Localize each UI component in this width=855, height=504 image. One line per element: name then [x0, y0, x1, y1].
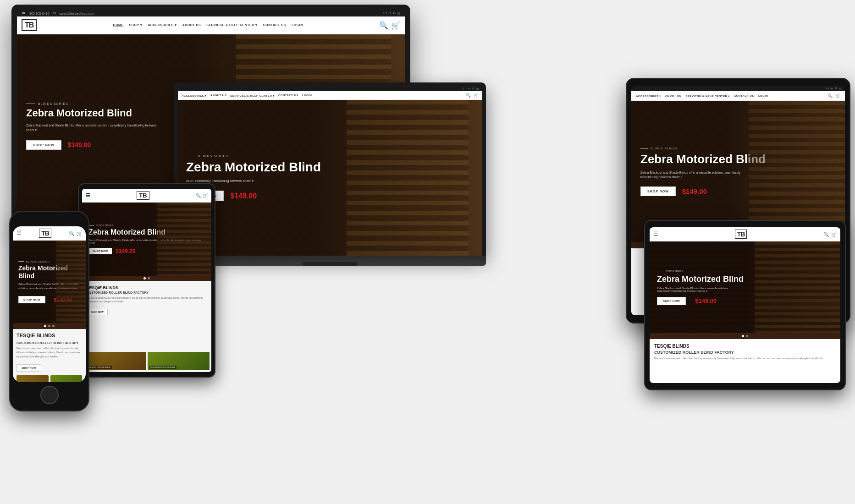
tab-med-hero: BLINDS SERIES Zebra Motorized Blind Zebr…	[82, 203, 211, 276]
twitter-icon: t	[386, 11, 387, 15]
laptop-cart-icon[interactable]: 🛒	[474, 93, 479, 98]
menu-accessories[interactable]: ACCESSORIES ▾	[148, 23, 177, 27]
tab-med-dots	[82, 276, 211, 281]
tablet-sm-section-desc: We are a customized roller blind factory…	[654, 356, 836, 361]
lt-accessories[interactable]: ACCESSORIES ▾	[636, 94, 661, 98]
tablet-sm-desc: Zebra Blackout and Shade Blinds offer a …	[657, 287, 739, 292]
tablet-medium-frame: ☰ TB 🔍 🛒 BLINDS SERIES Zebra Motorized B…	[78, 183, 215, 378]
tab-med-series-text: BLINDS SERIES	[96, 224, 113, 227]
lap-services[interactable]: SERVICSE & HELP CENTER ▾	[230, 94, 275, 97]
logo-text: TB	[25, 21, 33, 29]
phone-cart-icon[interactable]: 🛒	[77, 231, 82, 236]
menu-contact[interactable]: CONTACT US	[263, 23, 286, 27]
tab-med-dot-1	[143, 277, 146, 279]
phone-screen: ☰ TB 🔍 🛒 BLINDS SERIES Zebra Motorized B…	[13, 226, 86, 382]
facebook-icon: f	[383, 11, 384, 15]
site-menu[interactable]: HOME SHOP ▾ ACCESSORIES ▾ ABOUT US SERVI…	[113, 23, 303, 27]
lap-login[interactable]: LOGIN	[302, 94, 312, 97]
email-icon: ✉	[53, 11, 56, 15]
lap-contact[interactable]: CONTACT US	[278, 94, 298, 97]
tab-med-prod2-label: ROLLER-MOTORIZED-BLIND	[149, 366, 177, 369]
phone-section-desc: We are a customized roller blind factory…	[17, 346, 82, 359]
laptop-nav-icons: 🔍 🛒	[466, 93, 479, 98]
laptop-search-icon[interactable]: 🔍	[466, 93, 471, 98]
tablet-sm-shop[interactable]: SHOP NOW	[657, 297, 686, 305]
lt-ig: ◎	[839, 87, 841, 90]
tablet-sm-logo: TB	[735, 230, 747, 239]
lt-price: $149.00	[682, 187, 707, 195]
tab-med-hamburger[interactable]: ☰	[86, 192, 90, 198]
lt-services[interactable]: SERVICSE & HELP CENTER ▾	[685, 94, 730, 98]
instagram-icon: ◎	[397, 11, 400, 15]
tablet-sm-search[interactable]: 🔍	[823, 232, 829, 237]
laptop-screen: f t in G ◎ ACCESSORIES ▾ ABOUT US SERVIC…	[178, 86, 482, 256]
tab-med-shop[interactable]: SHOP NOW	[88, 248, 112, 254]
tab-med-subtitle: CUSTOMIZED ROLLER BLIND FACTORY	[87, 291, 207, 294]
lt-login[interactable]: LOGIN	[758, 94, 768, 98]
tablet-sm-company: TESQIE BLINDS	[654, 344, 836, 349]
tablet-sm-nav: ☰ TB 🔍 🛒	[650, 227, 840, 241]
lt-g: G	[835, 87, 837, 90]
tab-med-dot-2	[148, 277, 150, 279]
phone-blinds	[56, 241, 86, 323]
phone-section: TESQIE BLINDS CUSTOMIZED ROLLER BLIND FA…	[13, 329, 86, 375]
tablet-sm-factory: CUSTOMIZED ROLLER BLIND FACTORY	[654, 350, 836, 355]
tablet-sm-cart[interactable]: 🛒	[831, 232, 837, 237]
phone-search-icon[interactable]: 🔍	[69, 231, 74, 236]
ig-icon: ◎	[476, 87, 479, 90]
lap-about[interactable]: ABOUT US	[210, 94, 226, 97]
phone-home-button[interactable]	[40, 386, 59, 404]
laptop-hero-desc: ution, seamlessly transitioning between …	[186, 179, 324, 184]
lt-cart[interactable]: 🛒	[835, 93, 840, 98]
phone-series-text: BLINDS SERIES	[26, 260, 50, 263]
laptop-price: $149.00	[230, 192, 257, 200]
site-logo: TB	[22, 19, 37, 31]
lt-search[interactable]: 🔍	[827, 93, 833, 98]
tab-med-shop-btn[interactable]: SHOP NOW	[87, 309, 108, 315]
lt-menu[interactable]: ACCESSORIES ▾ ABOUT US SERVICSE & HELP C…	[636, 94, 768, 98]
shop-now-button[interactable]: SHOP NOW	[26, 140, 61, 150]
laptop-blinds	[347, 100, 469, 256]
tab-med-price: $149.00	[116, 248, 135, 254]
phone-notch	[36, 218, 63, 224]
tab-med-search[interactable]: 🔍	[196, 193, 201, 198]
li-icon: in	[469, 87, 471, 90]
menu-about[interactable]: ABOUT US	[182, 23, 201, 27]
menu-services[interactable]: SERVICSE & HELP CENTER ▾	[206, 23, 257, 27]
menu-home[interactable]: HOME	[113, 23, 124, 27]
menu-shop[interactable]: SHOP ▾	[129, 23, 143, 27]
scene: ☎ 905-805-6495 ✉ sales@tesqieblinds.com …	[0, 0, 855, 504]
lt-about[interactable]: ABOUT US	[665, 94, 681, 98]
lt-shop-btn[interactable]: SHOP NOW	[640, 186, 676, 196]
cart-icon[interactable]: 🛒	[391, 21, 400, 30]
phone-number: 905-805-6495	[29, 12, 50, 15]
email-address: sales@tesqieblinds.com	[60, 12, 94, 15]
laptop-nav: ACCESSORIES ▾ ABOUT US SERVICSE & HELP C…	[178, 91, 482, 100]
hamburger-icon[interactable]: ☰	[17, 230, 22, 236]
tablet-small-screen: ☰ TB 🔍 🛒 BLINDS SERIES Zebra Motorized B…	[650, 227, 840, 383]
laptop-base	[174, 256, 486, 266]
hero-desc: Zebra Blackout and Shade Blinds offer a …	[26, 123, 164, 133]
phone-series-line	[18, 261, 24, 262]
tablet-hamburger-icon[interactable]: ☰	[653, 231, 658, 237]
menu-login[interactable]: LOGIN	[292, 23, 303, 27]
search-icon[interactable]: 🔍	[379, 21, 388, 30]
phone-section-shop[interactable]: SHOP NOW	[17, 364, 41, 372]
phone-icons: 🔍 🛒	[69, 231, 82, 236]
contact-info: ☎ 905-805-6495 ✉ sales@tesqieblinds.com	[22, 11, 94, 15]
tab-med-prod2: ROLLER-MOTORIZED-BLIND	[148, 352, 210, 370]
phone-shop-btn[interactable]: SHOP NOW	[18, 296, 45, 303]
phone-nav: ☰ TB 🔍 🛒	[13, 226, 86, 241]
tab-med-cart[interactable]: 🛒	[203, 193, 208, 198]
tablet-sm-price: $149.00	[695, 297, 717, 304]
tablet-sm-blinds	[755, 241, 840, 333]
series-line	[26, 104, 35, 104]
lap-accessories[interactable]: ACCESSORIES ▾	[182, 94, 207, 97]
laptop-social: f t in G ◎	[463, 87, 479, 90]
tab-med-section: TESQIE BLINDS CUSTOMIZED ROLLER BLIND FA…	[82, 281, 211, 350]
laptop-menu[interactable]: ACCESSORIES ▾ ABOUT US SERVICSE & HELP C…	[182, 94, 312, 97]
large-tablet-topbar: f t in G ◎	[631, 86, 845, 91]
lt-contact[interactable]: CONTACT US	[734, 94, 754, 98]
hero-price: $149.00	[68, 141, 91, 148]
phone-product-2: ROLLER-MOTORIZED-BLIND	[50, 375, 83, 382]
